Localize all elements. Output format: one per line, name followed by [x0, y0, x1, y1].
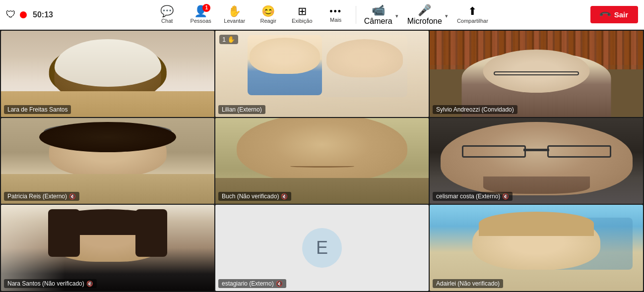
- phone-end-icon: 📞: [598, 8, 612, 22]
- participant-cell-lilian[interactable]: 1 ✋ Lilian (Externo): [215, 31, 429, 117]
- camera-button[interactable]: 📹 Câmera ▾: [360, 2, 401, 28]
- camera-icon: 📹: [372, 4, 385, 17]
- participant-cell-adairlei[interactable]: Adairlei (Não verificado): [430, 205, 643, 291]
- chat-label: Chat: [161, 18, 173, 24]
- mute-icon-estagiario: 🔇: [276, 281, 283, 287]
- pessoas-button[interactable]: 👤 1 Pessoas: [185, 2, 217, 28]
- video-grid: Lara de Freitas Santos 1 ✋ Lilian (Exter…: [0, 30, 644, 292]
- microfone-button[interactable]: 🎤 Microfone ▾: [403, 2, 451, 28]
- name-label-patricia: Patricia Reis (Externo) 🔇: [4, 192, 79, 201]
- compartilhar-button[interactable]: ⬆ Compartilhar: [453, 2, 492, 28]
- raise-hand-badge-lilian: 1 ✋: [219, 35, 238, 44]
- name-label-nara: Nara Santos (Não verificado) 🔇: [4, 279, 97, 288]
- name-label-estagiario: estagiario (Externo) 🔇: [218, 279, 286, 288]
- raise-hand-number: 1: [222, 36, 226, 43]
- pessoas-label: Pessoas: [191, 18, 211, 24]
- compartilhar-icon: ⬆: [468, 6, 477, 17]
- name-label-adairlei: Adairlei (Não verificado): [433, 279, 503, 288]
- topbar-divider: [356, 6, 356, 24]
- mute-icon-buch: 🔇: [281, 193, 288, 200]
- avatar-estagiario: E: [302, 228, 342, 268]
- participant-cell-nara[interactable]: Nara Santos (Não verificado) 🔇: [1, 205, 214, 291]
- name-label-lara: Lara de Freitas Santos: [4, 105, 71, 114]
- participant-name-celismar: celismar costa (Externo): [436, 193, 500, 200]
- mais-button[interactable]: ••• Mais: [320, 2, 352, 28]
- participant-cell-lara[interactable]: Lara de Freitas Santos: [1, 31, 214, 117]
- mais-label: Mais: [330, 17, 341, 23]
- chat-button[interactable]: 💬 Chat: [151, 2, 183, 28]
- microfone-arrow: ▾: [445, 10, 450, 19]
- pessoas-badge: 1: [202, 4, 210, 12]
- compartilhar-label: Compartilhar: [457, 18, 488, 24]
- reagir-label: Reagir: [260, 18, 276, 24]
- participant-cell-buch[interactable]: Buch (Não verificado) 🔇: [215, 118, 429, 204]
- sair-button[interactable]: 📞 Sair: [590, 6, 638, 23]
- camera-label: Câmera: [364, 17, 392, 26]
- participant-name-patricia: Patricia Reis (Externo): [7, 193, 67, 200]
- participant-name-sylvio: Sylvio Andreozzi (Convidado): [436, 106, 514, 113]
- participant-cell-celismar[interactable]: celismar costa (Externo) 🔇: [430, 118, 643, 204]
- participant-cell-estagiario[interactable]: E estagiario (Externo) 🔇: [215, 205, 429, 291]
- exibicao-icon: ⊞: [298, 6, 307, 17]
- reagir-icon: 😊: [261, 6, 275, 17]
- name-label-celismar: celismar costa (Externo) 🔇: [433, 192, 513, 201]
- pessoas-icon: 👤 1: [194, 6, 207, 17]
- topbar-center: 💬 Chat 👤 1 Pessoas ✋ Levantar 😊 Reagir ⊞…: [53, 2, 590, 28]
- shield-icon: 🛡: [6, 9, 16, 20]
- participant-name-estagiario: estagiario (Externo): [222, 280, 274, 287]
- participant-name-lara: Lara de Freitas Santos: [7, 106, 67, 113]
- mute-icon-patricia: 🔇: [69, 193, 76, 200]
- avatar-letter-estagiario: E: [316, 237, 328, 258]
- topbar-right: 📞 Sair: [590, 6, 638, 23]
- participant-name-adairlei: Adairlei (Não verificado): [436, 280, 500, 287]
- levantar-label: Levantar: [224, 18, 245, 24]
- participant-name-nara: Nara Santos (Não verificado): [7, 280, 84, 287]
- record-indicator: [20, 11, 27, 18]
- sair-label: Sair: [614, 10, 628, 19]
- name-label-sylvio: Sylvio Andreozzi (Convidado): [433, 105, 517, 114]
- participant-name-buch: Buch (Não verificado): [222, 193, 279, 200]
- top-bar: 🛡 50:13 💬 Chat 👤 1 Pessoas ✋ Levantar 😊: [0, 0, 644, 30]
- name-label-lilian: Lilian (Externo): [218, 105, 265, 114]
- chevron-down-icon-2: ▾: [445, 13, 448, 19]
- raise-hand-icon: ✋: [227, 36, 235, 43]
- camera-icon-part: 📹 Câmera: [361, 4, 395, 26]
- reagir-button[interactable]: 😊 Reagir: [253, 2, 284, 28]
- exibicao-button[interactable]: ⊞ Exibição: [286, 2, 318, 28]
- camera-arrow: ▾: [395, 10, 400, 19]
- microfone-icon-part: 🎤 Microfone: [404, 4, 445, 26]
- exibicao-label: Exibição: [292, 18, 313, 24]
- levantar-button[interactable]: ✋ Levantar: [219, 2, 251, 28]
- participant-cell-patricia[interactable]: Patricia Reis (Externo) 🔇: [1, 118, 214, 204]
- name-label-buch: Buch (Não verificado) 🔇: [218, 192, 291, 201]
- microfone-label: Microfone: [407, 17, 442, 26]
- microfone-icon: 🎤: [418, 4, 431, 17]
- chat-icon: 💬: [160, 6, 174, 17]
- participant-name-lilian: Lilian (Externo): [222, 106, 262, 113]
- mute-icon-celismar: 🔇: [502, 193, 509, 200]
- call-timer: 50:13: [33, 10, 53, 19]
- topbar-left: 🛡 50:13: [6, 9, 53, 20]
- participant-cell-sylvio[interactable]: Sylvio Andreozzi (Convidado): [430, 31, 643, 117]
- chevron-down-icon: ▾: [395, 13, 398, 19]
- levantar-icon: ✋: [228, 6, 241, 17]
- mute-icon-nara: 🔇: [86, 281, 93, 287]
- mais-icon: •••: [329, 7, 342, 16]
